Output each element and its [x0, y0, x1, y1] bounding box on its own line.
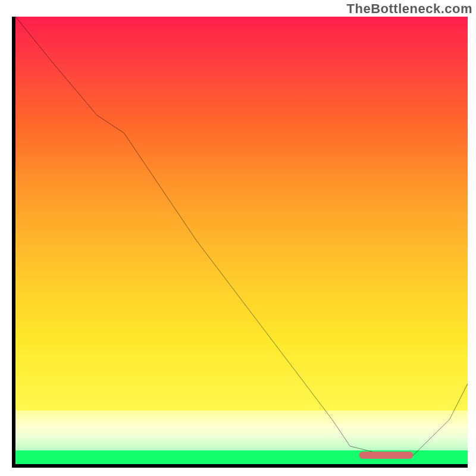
- sweet-spot-marker: [359, 452, 414, 459]
- watermark-text: TheBottleneck.com: [347, 1, 472, 17]
- curve-svg: [15, 17, 468, 464]
- curve-path: [15, 17, 468, 455]
- plot-frame: [12, 17, 468, 468]
- page-root: TheBottleneck.com: [0, 0, 476, 476]
